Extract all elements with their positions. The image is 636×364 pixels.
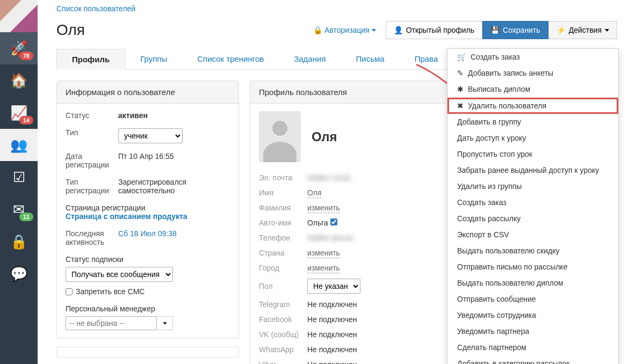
tab-4[interactable]: Письма — [341, 49, 400, 69]
open-profile-label: Открытый профиль — [406, 26, 474, 34]
menu-label: Удалить пользователя — [468, 101, 546, 110]
menu-item[interactable]: Пропустить стоп урок — [447, 146, 618, 162]
field-label: VK (сообщ) — [259, 330, 307, 339]
regtype-label: Тип регистрации — [66, 178, 118, 195]
regdate-value: Пт 10 Апр 16:55 — [118, 152, 230, 169]
open-profile-button[interactable]: 👤 Открытый профиль — [386, 21, 482, 39]
regpage-link[interactable]: Страница с описанием продукта — [66, 212, 187, 221]
profile-name: Оля — [312, 129, 337, 144]
actions-label: Действия — [569, 26, 602, 34]
menu-item[interactable]: Создать заказ — [447, 194, 618, 210]
type-label: Тип — [66, 128, 118, 143]
caret-icon — [605, 29, 609, 32]
substatus-label: Статус подписки — [66, 255, 230, 264]
menu-label: Добавить в категорию рассылок — [457, 359, 570, 364]
field-label: Фамилия — [259, 203, 307, 212]
manager-label: Персональный менеджер — [66, 304, 230, 313]
type-select[interactable]: ученик — [118, 128, 183, 143]
breadcrumb[interactable]: Список пользователей — [56, 4, 617, 13]
person-icon: 👤 — [394, 26, 403, 34]
menu-label: Создать рассылку — [457, 214, 521, 223]
menu-label: Создать заказ — [471, 53, 520, 61]
lock-icon: 🔒 — [313, 26, 322, 34]
tab-0[interactable]: Профиль — [56, 49, 125, 70]
field-label: Facebook — [259, 315, 307, 324]
menu-label: Отправить сообщение — [457, 295, 536, 303]
menu-label: Выписать диплом — [468, 85, 530, 93]
tab-2[interactable]: Список тренингов — [182, 49, 279, 69]
no-sms-checkbox[interactable] — [66, 288, 73, 295]
manager-input[interactable] — [66, 316, 157, 330]
chat-icon: 💬 — [10, 267, 27, 281]
field-label: WhatsApp — [259, 345, 307, 354]
status-value: активен — [118, 111, 148, 120]
nav-chat[interactable]: 💬 — [0, 258, 38, 290]
manager-picker[interactable] — [157, 316, 173, 330]
menu-item[interactable]: ✖Удалить пользователя — [447, 98, 618, 114]
menu-item[interactable]: Забрать ранее выданный доступ к уроку — [447, 162, 618, 178]
menu-label: Выдать пользователю скидку — [457, 246, 560, 255]
caret-icon — [163, 322, 167, 325]
menu-item[interactable]: Выдать пользователю скидку — [447, 243, 618, 259]
nav-home[interactable]: 🏠 — [0, 64, 38, 97]
tab-1[interactable]: Группы — [125, 49, 182, 69]
menu-label: Экспорт в CSV — [457, 230, 509, 239]
field-label: Viber — [259, 360, 307, 364]
actions-dropdown: 🛒Создать заказ✎Добавить запись анкеты✱Вы… — [447, 48, 619, 364]
menu-item[interactable]: Выдать пользователю диплом — [447, 275, 618, 291]
badge-rocket: 78 — [19, 52, 33, 60]
menu-item[interactable]: Экспорт в CSV — [447, 227, 618, 243]
menu-item[interactable]: Уведомить сотрудника — [447, 307, 618, 323]
actions-button[interactable]: ⚡ Действия — [548, 21, 617, 39]
tab-3[interactable]: Задания — [279, 49, 341, 69]
page-title: Оля — [56, 21, 85, 39]
field-label: Страна — [259, 249, 307, 257]
field-label: Город — [259, 264, 307, 272]
menu-item[interactable]: Уведомить партнера — [447, 323, 618, 339]
menu-label: Уведомить сотрудника — [457, 311, 536, 319]
check-icon: ☑ — [13, 170, 25, 184]
save-button[interactable]: 💾 Сохранить — [482, 21, 548, 39]
save-icon: 💾 — [490, 26, 500, 34]
nav-safe[interactable]: 🔒 — [0, 225, 38, 258]
lastact-label: Последняя активность — [66, 229, 118, 246]
field-label: Эл. почта — [259, 173, 307, 182]
menu-label: Пропустить стоп урок — [457, 150, 532, 158]
regpage-label: Страница регистрации — [66, 203, 230, 212]
nav-chart[interactable]: 📈 14 — [0, 97, 38, 129]
menu-item[interactable]: ✱Выписать диплом — [447, 81, 618, 97]
tab-5[interactable]: Права — [400, 49, 453, 69]
menu-item[interactable]: Создать рассылку — [447, 210, 618, 227]
menu-icon: ✎ — [457, 69, 464, 77]
nav-rocket[interactable]: 🚀 78 — [0, 32, 38, 64]
gender-select[interactable]: Не указан — [307, 279, 360, 294]
menu-item[interactable]: Дать доступ к уроку — [447, 130, 618, 146]
save-label: Сохранить — [503, 26, 540, 34]
menu-label: Удалить из группы — [457, 182, 522, 191]
menu-item[interactable]: Отправить письмо по рассылке — [447, 259, 618, 275]
field-label: Telegram — [259, 300, 307, 309]
menu-item[interactable]: Добавить в группу — [447, 114, 618, 130]
menu-item[interactable]: Удалить из группы — [447, 178, 618, 194]
info-panel-title: Информация о пользователе — [57, 81, 238, 104]
menu-item[interactable]: Сделать партнером — [447, 339, 618, 355]
regdate-label: Дата регистрации — [66, 152, 118, 169]
status-label: Статус — [66, 111, 118, 120]
menu-item[interactable]: Отправить сообщение — [447, 291, 618, 307]
menu-item[interactable]: Добавить в категорию рассылок — [447, 355, 618, 364]
menu-item[interactable]: 🛒Создать заказ — [447, 49, 618, 65]
auth-label: Авторизация — [324, 26, 370, 34]
nav-users[interactable]: 👥 — [0, 129, 38, 161]
menu-label: Забрать ранее выданный доступ к уроку — [457, 166, 599, 174]
menu-label: Дать доступ к уроку — [457, 134, 526, 142]
nav-mail[interactable]: ✉ 11 — [0, 193, 38, 225]
field-label: Авто-имя — [259, 219, 307, 227]
field-label: Имя — [259, 188, 307, 197]
substatus-select[interactable]: Получать все сообщения — [66, 267, 173, 282]
user-photo[interactable] — [0, 0, 38, 32]
auth-link[interactable]: 🔒 Авторизация — [313, 26, 376, 34]
autoname-checkbox[interactable] — [330, 219, 337, 225]
menu-item[interactable]: ✎Добавить запись анкеты — [447, 65, 618, 81]
menu-icon: 🛒 — [457, 53, 466, 61]
nav-check[interactable]: ☑ — [0, 161, 38, 193]
